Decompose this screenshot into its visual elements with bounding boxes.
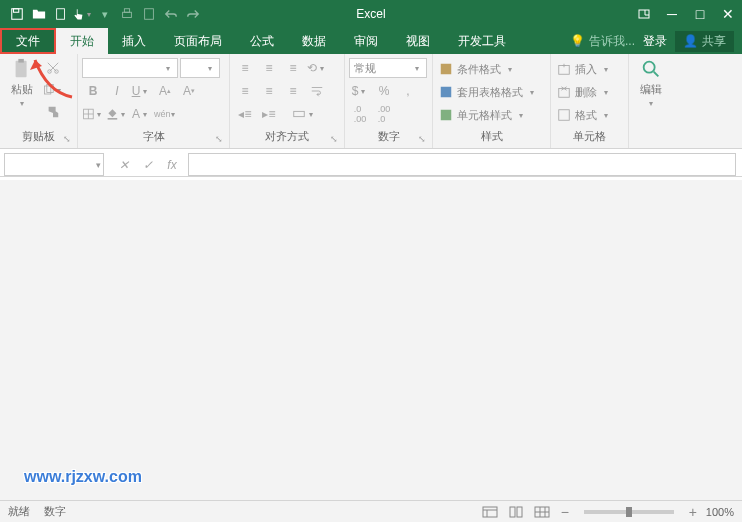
font-name-combo[interactable]: ▾ bbox=[82, 58, 178, 78]
maximize-button[interactable]: □ bbox=[686, 0, 714, 28]
decrease-decimal-button[interactable]: .00.0 bbox=[373, 104, 395, 124]
tab-view[interactable]: 视图 bbox=[392, 28, 444, 54]
zoom-out-button[interactable]: − bbox=[558, 504, 572, 520]
print-preview-button[interactable] bbox=[138, 3, 160, 25]
save-button[interactable] bbox=[6, 3, 28, 25]
formula-bar: ▾ ✕ ✓ fx bbox=[0, 153, 742, 177]
chevron-down-icon: ▾ bbox=[96, 160, 101, 170]
name-box[interactable]: ▾ bbox=[4, 153, 104, 176]
tab-layout[interactable]: 页面布局 bbox=[160, 28, 236, 54]
format-table-button[interactable]: 套用表格格式▾ bbox=[437, 81, 539, 103]
decrease-indent-button[interactable]: ◂≡ bbox=[234, 104, 256, 124]
align-left-button[interactable]: ≡ bbox=[234, 81, 256, 101]
align-top-button[interactable]: ≡ bbox=[234, 58, 256, 78]
person-icon: 👤 bbox=[683, 34, 698, 48]
svg-rect-5 bbox=[145, 9, 154, 20]
svg-rect-4 bbox=[124, 9, 129, 13]
find-select-button[interactable]: 编辑 ▾ bbox=[633, 58, 669, 108]
status-bar: 就绪 数字 − + 100% bbox=[0, 500, 742, 522]
zoom-slider[interactable] bbox=[584, 510, 674, 514]
font-color-button[interactable]: A▾ bbox=[130, 104, 152, 124]
decrease-font-button[interactable]: A▾ bbox=[178, 81, 200, 101]
status-ready: 就绪 bbox=[8, 504, 30, 519]
tab-formulas[interactable]: 公式 bbox=[236, 28, 288, 54]
merge-button[interactable]: ▾ bbox=[282, 104, 326, 124]
tell-me-search[interactable]: 💡告诉我... bbox=[570, 33, 635, 50]
bold-button[interactable]: B bbox=[82, 81, 104, 101]
increase-indent-button[interactable]: ▸≡ bbox=[258, 104, 280, 124]
normal-view-button[interactable] bbox=[480, 504, 500, 520]
number-format-combo[interactable]: 常规▾ bbox=[349, 58, 427, 78]
delete-cells-button[interactable]: 删除▾ bbox=[555, 81, 613, 103]
cancel-formula-button[interactable]: ✕ bbox=[112, 155, 136, 175]
align-middle-button[interactable]: ≡ bbox=[258, 58, 280, 78]
underline-button[interactable]: U▾ bbox=[130, 81, 152, 101]
format-cells-button[interactable]: 格式▾ bbox=[555, 104, 613, 126]
align-launcher[interactable]: ⤡ bbox=[330, 134, 338, 144]
login-button[interactable]: 登录 bbox=[643, 33, 667, 50]
insert-cells-button[interactable]: 插入▾ bbox=[555, 58, 613, 80]
enter-formula-button[interactable]: ✓ bbox=[136, 155, 160, 175]
share-button[interactable]: 👤共享 bbox=[675, 31, 734, 52]
svg-rect-2 bbox=[57, 9, 65, 20]
number-launcher[interactable]: ⤡ bbox=[418, 134, 426, 144]
cut-button[interactable] bbox=[42, 58, 64, 78]
svg-rect-14 bbox=[108, 118, 118, 120]
watermark-text: www.rjzxw.com bbox=[24, 468, 142, 486]
zoom-in-button[interactable]: + bbox=[686, 504, 700, 520]
insert-function-button[interactable]: fx bbox=[160, 155, 184, 175]
quick-access-toolbar: ▾ ▾ bbox=[0, 3, 204, 25]
svg-rect-21 bbox=[559, 110, 570, 121]
touch-mode-button[interactable]: ▾ bbox=[72, 3, 94, 25]
undo-button[interactable] bbox=[160, 3, 182, 25]
wrap-text-button[interactable] bbox=[306, 81, 328, 101]
worksheet-area[interactable] bbox=[0, 180, 742, 500]
zoom-thumb[interactable] bbox=[626, 507, 632, 517]
redo-button[interactable] bbox=[182, 3, 204, 25]
font-launcher[interactable]: ⤡ bbox=[215, 134, 223, 144]
tab-file[interactable]: 文件 bbox=[0, 28, 56, 54]
italic-button[interactable]: I bbox=[106, 81, 128, 101]
group-cells: 插入▾ 删除▾ 格式▾ 单元格 bbox=[551, 54, 629, 148]
format-painter-button[interactable] bbox=[42, 102, 64, 122]
accounting-button[interactable]: $▾ bbox=[349, 81, 371, 101]
phonetic-button[interactable]: wén▾ bbox=[154, 104, 176, 124]
close-button[interactable]: ✕ bbox=[714, 0, 742, 28]
percent-button[interactable]: % bbox=[373, 81, 395, 101]
title-bar: ▾ ▾ Excel ─ □ ✕ bbox=[0, 0, 742, 28]
tab-home[interactable]: 开始 bbox=[56, 28, 108, 54]
align-right-button[interactable]: ≡ bbox=[282, 81, 304, 101]
svg-rect-24 bbox=[510, 507, 515, 517]
paste-button[interactable]: 粘贴 ▾ bbox=[4, 58, 40, 108]
fill-color-button[interactable]: ▾ bbox=[106, 104, 128, 124]
svg-rect-25 bbox=[517, 507, 522, 517]
open-button[interactable] bbox=[28, 3, 50, 25]
ribbon-display-button[interactable] bbox=[630, 0, 658, 28]
orientation-button[interactable]: ⟲▾ bbox=[306, 58, 328, 78]
tab-developer[interactable]: 开发工具 bbox=[444, 28, 520, 54]
increase-font-button[interactable]: A▴ bbox=[154, 81, 176, 101]
page-break-view-button[interactable] bbox=[532, 504, 552, 520]
font-size-combo[interactable]: ▾ bbox=[180, 58, 220, 78]
tab-review[interactable]: 审阅 bbox=[340, 28, 392, 54]
comma-button[interactable]: , bbox=[397, 81, 419, 101]
page-layout-view-button[interactable] bbox=[506, 504, 526, 520]
formula-input[interactable] bbox=[188, 153, 736, 176]
minimize-button[interactable]: ─ bbox=[658, 0, 686, 28]
increase-decimal-button[interactable]: .0.00 bbox=[349, 104, 371, 124]
group-styles: 条件格式▾ 套用表格格式▾ 单元格样式▾ 样式 bbox=[433, 54, 551, 148]
copy-button[interactable]: ▾ bbox=[42, 80, 64, 100]
conditional-format-button[interactable]: 条件格式▾ bbox=[437, 58, 517, 80]
zoom-level[interactable]: 100% bbox=[706, 506, 734, 518]
clipboard-launcher[interactable]: ⤡ bbox=[63, 134, 71, 144]
tab-insert[interactable]: 插入 bbox=[108, 28, 160, 54]
align-center-button[interactable]: ≡ bbox=[258, 81, 280, 101]
svg-rect-20 bbox=[559, 89, 570, 98]
quick-print-button[interactable] bbox=[116, 3, 138, 25]
new-button[interactable] bbox=[50, 3, 72, 25]
tab-data[interactable]: 数据 bbox=[288, 28, 340, 54]
cell-styles-button[interactable]: 单元格样式▾ bbox=[437, 104, 528, 126]
borders-button[interactable]: ▾ bbox=[82, 104, 104, 124]
align-bottom-button[interactable]: ≡ bbox=[282, 58, 304, 78]
qat-customize-button[interactable]: ▾ bbox=[94, 3, 116, 25]
